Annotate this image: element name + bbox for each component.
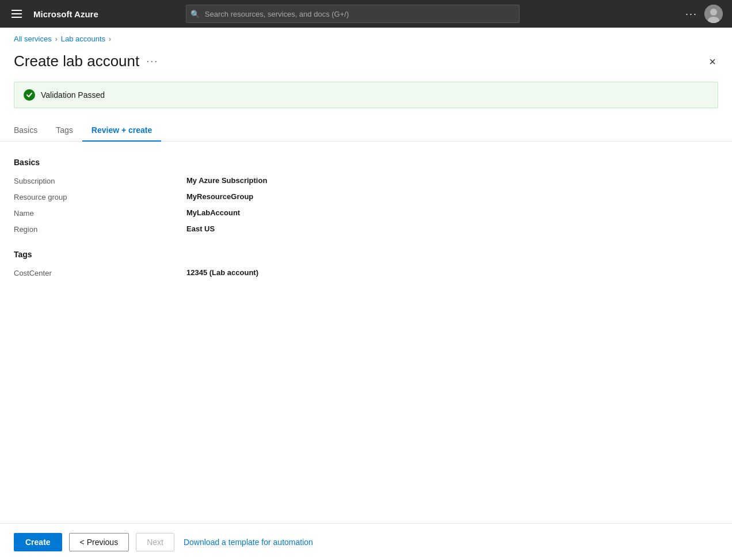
value-region: East US: [186, 224, 215, 233]
breadcrumb-sep-2: ›: [109, 35, 111, 43]
form-content: Basics Subscription My Azure Subscriptio…: [0, 158, 732, 277]
field-row-cost-center: CostCenter 12345 (Lab account): [14, 268, 718, 277]
close-button[interactable]: ×: [707, 54, 718, 70]
create-button[interactable]: Create: [14, 533, 62, 551]
label-region: Region: [14, 224, 186, 234]
basics-section: Basics Subscription My Azure Subscriptio…: [14, 158, 718, 234]
value-resource-group: MyResourceGroup: [186, 192, 253, 201]
tab-review-create[interactable]: Review + create: [82, 120, 161, 142]
search-input[interactable]: [186, 5, 520, 23]
tags-section-title: Tags: [14, 250, 718, 259]
page-content: All services › Lab accounts › Create lab…: [0, 28, 732, 560]
bottom-bar: Create < Previous Next Download a templa…: [0, 523, 732, 560]
breadcrumb-lab-accounts[interactable]: Lab accounts: [61, 35, 105, 43]
next-button: Next: [136, 533, 174, 551]
validation-banner: Validation Passed: [14, 82, 718, 108]
svg-point-1: [710, 9, 717, 16]
field-row-subscription: Subscription My Azure Subscription: [14, 176, 718, 185]
topbar-more-icon[interactable]: ···: [685, 8, 697, 20]
search-icon: 🔍: [190, 10, 200, 18]
value-name: MyLabAccount: [186, 208, 240, 217]
label-cost-center: CostCenter: [14, 268, 186, 277]
tabs: Basics Tags Review + create: [0, 120, 732, 142]
tags-section: Tags CostCenter 12345 (Lab account): [14, 250, 718, 277]
validation-text: Validation Passed: [41, 90, 105, 100]
breadcrumb-sep-1: ›: [55, 35, 58, 43]
download-template-link[interactable]: Download a template for automation: [184, 538, 313, 547]
topbar-right: ···: [685, 5, 723, 23]
hamburger-menu[interactable]: [9, 7, 24, 20]
avatar[interactable]: [704, 5, 723, 23]
label-resource-group: Resource group: [14, 192, 186, 201]
tab-tags[interactable]: Tags: [47, 120, 82, 142]
previous-button[interactable]: < Previous: [69, 533, 129, 551]
brand-name: Microsoft Azure: [33, 9, 98, 19]
basics-section-title: Basics: [14, 158, 718, 167]
topbar: Microsoft Azure 🔍 ···: [0, 0, 732, 28]
breadcrumb-all-services[interactable]: All services: [14, 35, 52, 43]
label-name: Name: [14, 208, 186, 218]
field-row-name: Name MyLabAccount: [14, 208, 718, 218]
field-row-resource-group: Resource group MyResourceGroup: [14, 192, 718, 201]
page-title: Create lab account: [14, 52, 139, 70]
page-header: Create lab account ··· ×: [0, 48, 732, 82]
search-container: 🔍: [186, 5, 520, 23]
field-row-region: Region East US: [14, 224, 718, 234]
tab-basics[interactable]: Basics: [14, 120, 47, 142]
value-subscription: My Azure Subscription: [186, 176, 267, 185]
page-header-left: Create lab account ···: [14, 52, 158, 70]
value-cost-center: 12345 (Lab account): [186, 268, 258, 277]
page-header-more-icon[interactable]: ···: [146, 55, 158, 67]
breadcrumb: All services › Lab accounts ›: [0, 28, 732, 48]
label-subscription: Subscription: [14, 176, 186, 185]
validation-icon: [24, 89, 35, 101]
